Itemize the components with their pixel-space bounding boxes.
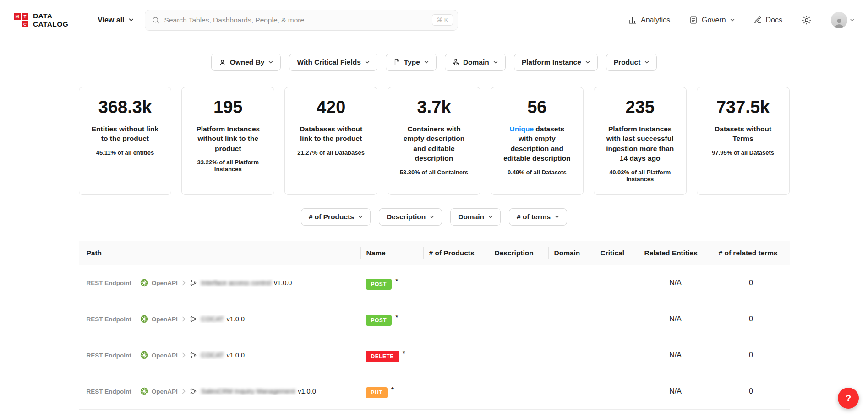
stat-card-entities-no-product: 368.3k Entities without link to the prod… [79,87,172,195]
stat-label: Platform Instances without link to the p… [186,124,270,153]
platform[interactable]: OpenAPI [140,387,178,395]
user-menu[interactable] [831,12,854,28]
path-cell: REST Endpoint OpenAPI COCAT v1.0.0 [79,351,360,359]
unique-link[interactable]: Unique [509,125,534,133]
filter-num-products[interactable]: # of Products [301,208,371,226]
filter-owned-by[interactable]: Owned By [211,54,281,71]
filter-product[interactable]: Product [606,54,657,71]
stat-value: 368.3k [83,97,168,117]
table-row[interactable]: REST Endpoint OpenAPI SalesCRM Inquiry M… [79,373,790,410]
filter-num-terms[interactable]: # of terms [509,208,567,226]
entity-type-label: REST Endpoint [87,280,131,286]
chevron-right-icon [182,280,186,286]
filter-with-critical-fields[interactable]: With Critical Fields [289,54,377,71]
nav-docs[interactable]: Docs [754,16,782,24]
filter-type[interactable]: Type [386,54,437,71]
table-row[interactable]: REST Endpoint OpenAPI COCAT v1.0.0 POST … [79,301,790,337]
entity-name-link[interactable]: COCAT v1.0.0 [201,315,245,323]
search-bar[interactable]: ⌘ K [145,10,458,31]
entity-name-link[interactable]: SalesCRM Inquiry Management v1.0.0 [201,388,316,395]
http-method-badge: POST [366,279,392,290]
entity-name-link[interactable]: Interface access control v1.0.0 [201,279,292,286]
column-header-name[interactable]: Name [360,241,423,265]
search-input[interactable] [164,16,428,24]
filter-label: # of Products [309,213,354,221]
table-row[interactable]: REST Endpoint OpenAPI COCAT v1.0.0 DELET… [79,337,790,373]
filter-platform-instance[interactable]: Platform Instance [514,54,598,71]
stat-sublabel: 0.49% of all Datasets [495,169,579,176]
chevron-down-icon [488,216,493,218]
table-row[interactable]: REST Endpoint OpenAPI Interface access c… [79,265,790,301]
help-button[interactable]: ? [838,388,859,409]
platform[interactable]: OpenAPI [140,315,178,323]
platform-label: OpenAPI [152,388,178,395]
chevron-right-icon [182,389,186,394]
nav-analytics[interactable]: Analytics [628,16,670,24]
entity-type-label: REST Endpoint [87,316,131,323]
stat-card-datasets-without-terms: 737.5k Datasets without Terms 97.95% of … [697,87,790,195]
logo-square-m: M [14,13,21,20]
chevron-down-icon [850,19,854,22]
platform[interactable]: OpenAPI [140,279,178,287]
related-entities-value: N/A [639,387,713,395]
stat-label: Unique datasets with empty description a… [495,124,579,163]
file-icon [393,59,400,65]
stat-label: Platform Instances with last successful … [598,124,682,163]
app-title-line2: CATALOG [33,20,68,28]
settings-button[interactable] [802,15,812,25]
stat-label: Databases without link to the product [289,124,373,144]
column-header-description[interactable]: Description [489,241,548,265]
required-marker: * [391,385,394,393]
related-terms-value: 0 [713,315,790,323]
related-terms-value: 0 [713,387,790,395]
entity-name-link[interactable]: COCAT v1.0.0 [201,351,245,359]
filter-label: With Critical Fields [297,58,360,66]
column-header-critical[interactable]: Critical [595,241,639,265]
related-entities-value: N/A [639,279,713,287]
entity-type-label: REST Endpoint [87,352,131,359]
nav-govern[interactable]: Govern [689,16,734,24]
stat-sublabel: 40.03% of all Platform Instances [598,169,682,183]
filter-domain[interactable]: Domain [445,54,506,71]
endpoint-fork-icon [190,279,197,286]
top-navbar: M T C DATA CATALOG View all ⌘ K Analytic… [0,0,868,40]
entity-version: v1.0.0 [226,351,245,359]
filter-label: Platform Instance [522,58,581,66]
table-header: Path Name # of Products Description Doma… [79,241,790,265]
stat-label: Datasets without Terms [701,124,786,144]
app-logo[interactable]: M T C DATA CATALOG [14,12,68,28]
filter-domain-table[interactable]: Domain [450,208,501,226]
column-header-related-terms[interactable]: # of related terms [713,241,790,265]
chevron-down-icon [644,61,649,64]
stat-sublabel: 53.30% of all Containers [392,169,476,176]
stat-value: 195 [186,97,270,117]
stat-card-containers-empty-description: 3.7k Containers with empty description a… [388,87,480,195]
column-header-path[interactable]: Path [79,241,360,265]
view-all-dropdown[interactable]: View all [98,16,133,24]
filter-description[interactable]: Description [379,208,442,226]
related-terms-value: 0 [713,351,790,359]
filter-label: Type [404,58,420,66]
openapi-icon [140,315,148,323]
stat-value: 737.5k [701,97,786,117]
stat-card-unique-datasets-empty-description: 56 Unique datasets with empty descriptio… [491,87,584,195]
related-entities-value: N/A [639,351,713,359]
filter-label: Domain [463,58,489,66]
logo-square-empty [14,21,21,27]
required-marker: * [395,313,398,321]
entity-name-redacted: SalesCRM Inquiry Management [201,388,295,395]
main-content: Owned By With Critical Fields Type Domai… [79,54,790,410]
entities-table: Path Name # of Products Description Doma… [79,241,790,410]
logo-mark: M T C [14,13,28,27]
chevron-down-icon [585,61,590,64]
platform[interactable]: OpenAPI [140,351,178,359]
person-icon [219,59,226,66]
stat-sublabel: 33.22% of all Platform Instances [186,159,270,173]
column-header-products[interactable]: # of Products [423,241,489,265]
chevron-down-icon [430,216,434,218]
column-header-related-entities[interactable]: Related Entities [639,241,713,265]
stat-value: 235 [598,97,682,117]
navbar-right: Analytics Govern Docs [628,12,854,28]
column-header-domain[interactable]: Domain [548,241,595,265]
filter-label: Domain [458,213,484,221]
